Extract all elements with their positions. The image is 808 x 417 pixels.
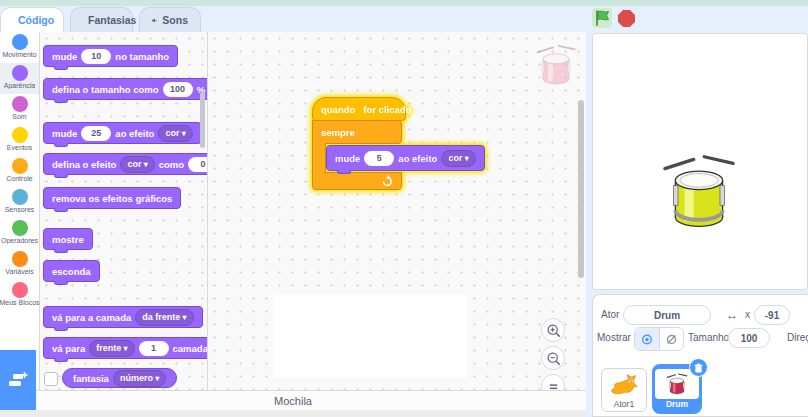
palette-block-va-para-camadas[interactable]: vá para frente 1 camadas	[43, 337, 208, 359]
x-position-value: -91	[765, 310, 779, 321]
block-text: esconda	[52, 266, 91, 277]
sprite-tile-label: Ator1	[614, 399, 634, 409]
block-mude-efeito-cor[interactable]: mude 5 ao efeito cor	[326, 145, 485, 171]
reporter-checkbox[interactable]	[44, 372, 58, 386]
category-meus-blocos[interactable]: Meus Blocos	[0, 280, 39, 311]
sprite-name-label: Ator	[601, 309, 619, 320]
category-sensores[interactable]: Sensores	[0, 187, 39, 218]
block-text: mude	[52, 51, 77, 62]
hat-block-when-flag-clicked[interactable]: quando for clicado	[312, 97, 406, 121]
category-dot	[12, 65, 28, 81]
drum-watermark	[533, 40, 579, 92]
value-input[interactable]: 100	[163, 82, 193, 97]
sprite-name-value: Drum	[654, 310, 680, 321]
costume-dropdown[interactable]: número	[113, 370, 166, 387]
tab-sounds[interactable]: Sons	[139, 7, 201, 32]
effect-dropdown[interactable]: cor	[120, 156, 154, 173]
value-input[interactable]: 1	[139, 341, 169, 356]
tab-sounds-label: Sons	[162, 14, 188, 26]
value-input[interactable]: 0	[188, 157, 208, 172]
category-variaveis[interactable]: Variáveis	[0, 249, 39, 280]
zoom-reset-button[interactable]	[541, 374, 565, 390]
scratch-app: Código Fantasias Sons Movimento Aparênci…	[0, 0, 808, 417]
stop-button[interactable]	[618, 10, 635, 27]
palette-block-mostre[interactable]: mostre	[43, 228, 93, 250]
x-position-icon: ↔	[726, 308, 738, 322]
loop-arrow-icon	[381, 175, 393, 187]
workspace-scrollbar[interactable]	[578, 100, 584, 278]
delete-sprite-button[interactable]	[689, 358, 708, 377]
category-controle[interactable]: Controle	[0, 156, 39, 187]
value-input[interactable]: 10	[81, 49, 111, 64]
category-operadores[interactable]: Operadores	[0, 218, 39, 249]
palette-block-defina-tamanho[interactable]: defina o tamanho como 100 %	[43, 78, 208, 100]
block-text: fantasia	[73, 373, 109, 384]
block-text: ao efeito	[115, 128, 154, 139]
block-text: mude	[52, 128, 77, 139]
palette-block-remova-efeitos[interactable]: remova os efeitos gráficos	[43, 187, 181, 209]
category-dot	[12, 96, 28, 112]
cat-sprite-thumbnail	[609, 372, 639, 399]
green-flag-button[interactable]	[592, 8, 612, 28]
palette-block-mude-tamanho[interactable]: mude 10 no tamanho	[43, 45, 178, 67]
sprite-name-input[interactable]: Drum	[623, 305, 711, 325]
top-strip	[0, 0, 808, 6]
direction-label: Direção	[787, 332, 808, 343]
backpack-bar[interactable]: Mochila	[0, 390, 586, 410]
block-text: quando	[321, 104, 355, 115]
drum-sprite[interactable]	[657, 146, 741, 241]
eye-visible-icon	[640, 334, 654, 345]
palette-block-mude-efeito[interactable]: mude 25 ao efeito cor	[43, 122, 202, 144]
speaker-icon	[152, 15, 157, 26]
hide-sprite-button[interactable]	[660, 328, 684, 350]
category-movimento[interactable]: Movimento	[0, 32, 39, 63]
palette-block-va-camada[interactable]: vá para a camada da frente	[43, 306, 203, 328]
direction-dropdown[interactable]: frente	[89, 340, 134, 357]
white-panel	[273, 295, 467, 378]
block-text: camadas	[173, 343, 208, 354]
forever-block[interactable]: sempre	[312, 120, 402, 144]
sprite-tile-ator1[interactable]: Ator1	[601, 368, 647, 412]
green-flag-icon	[595, 10, 610, 26]
editor-panel: Movimento Aparência Som Eventos Controle…	[0, 32, 586, 417]
code-workspace[interactable]: quando for clicado sempre mude 5 ao ef	[208, 32, 586, 390]
sprite-tile-label: Drum	[666, 399, 688, 409]
show-label: Mostrar	[597, 332, 631, 343]
tab-code[interactable]: Código	[0, 7, 64, 32]
stage[interactable]	[592, 33, 808, 290]
add-extension-button[interactable]	[0, 350, 36, 410]
palette-block-defina-efeito[interactable]: defina o efeito cor como 0	[43, 153, 208, 175]
block-text: vá para	[52, 343, 85, 354]
size-input[interactable]: 100	[728, 328, 770, 348]
value-input[interactable]: 25	[81, 126, 111, 141]
effect-dropdown[interactable]: cor	[441, 150, 475, 167]
sprite-tile-drum[interactable]: Drum	[652, 364, 702, 414]
zoom-in-button[interactable]	[541, 318, 565, 342]
block-text: for clicado	[363, 104, 411, 115]
effect-dropdown[interactable]: cor	[158, 125, 192, 142]
palette-scrollbar[interactable]	[200, 92, 205, 148]
x-position-input[interactable]: -91	[754, 305, 790, 325]
category-aparencia[interactable]: Aparência	[0, 63, 39, 94]
zoom-out-button[interactable]	[541, 346, 565, 370]
category-som[interactable]: Som	[0, 94, 39, 125]
layer-dropdown[interactable]: da frente	[135, 309, 193, 326]
palette-block-fantasia[interactable]: fantasia número	[62, 368, 177, 388]
block-text: remova os efeitos gráficos	[52, 193, 172, 204]
block-text: sempre	[321, 127, 355, 138]
value-input[interactable]: 5	[364, 151, 394, 166]
zoom-out-icon	[546, 351, 561, 366]
zoom-in-icon	[546, 323, 561, 338]
tab-costumes[interactable]: Fantasias	[70, 7, 133, 32]
block-text: ao efeito	[398, 153, 437, 164]
palette-block-esconda[interactable]: esconda	[43, 260, 100, 282]
category-dot	[12, 34, 28, 50]
category-eventos[interactable]: Eventos	[0, 125, 39, 156]
block-text: defina o tamanho como	[52, 84, 159, 95]
forever-block-spine	[312, 143, 326, 173]
block-text: mostre	[52, 234, 84, 245]
category-dot	[12, 158, 28, 174]
show-sprite-button[interactable]	[635, 328, 660, 350]
forever-block-bottom	[312, 172, 402, 190]
running-script[interactable]: quando for clicado sempre mude 5 ao ef	[312, 97, 485, 190]
